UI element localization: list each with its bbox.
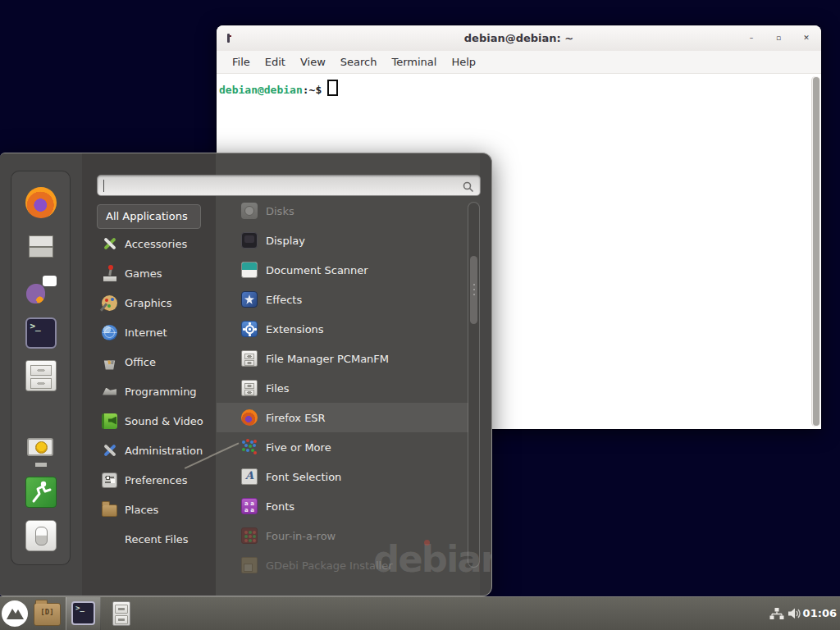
app-row-gdebi: GDebi Package Installer	[217, 550, 468, 580]
display-icon	[241, 232, 258, 249]
sound-video-icon	[102, 413, 117, 429]
office-icon	[102, 354, 117, 370]
app-row-disks: Disks	[217, 196, 468, 226]
effects-icon	[241, 291, 258, 308]
files-launcher[interactable]	[112, 601, 130, 626]
software-packages-icon[interactable]	[25, 231, 57, 262]
document-scanner-icon	[241, 262, 258, 278]
app-row-fonts[interactable]: Fonts	[217, 491, 468, 521]
running-man-glyph	[26, 477, 56, 507]
accessories-icon	[102, 236, 117, 252]
category-preferences[interactable]: Preferences	[97, 465, 216, 495]
extensions-icon	[241, 321, 258, 337]
favorites-panel	[11, 171, 71, 565]
app-row-five-or-more[interactable]: Five or More	[217, 432, 468, 462]
desktop: debian@debian: ~ – ▫ ✕ File Edit View Se…	[0, 0, 840, 630]
terminal-scrollbar[interactable]	[811, 76, 820, 427]
file-manager-launcher[interactable]	[34, 603, 61, 626]
menu-scrollbar-thumb[interactable]	[470, 256, 477, 324]
prompt-symbols: :~$	[303, 84, 322, 96]
app-row-pcmanfm[interactable]: File Manager PCManFM	[217, 344, 468, 373]
taskbar: 01:06	[0, 596, 840, 630]
menu-file[interactable]: File	[225, 51, 258, 74]
firefox-icon[interactable]	[25, 187, 57, 218]
menu-button[interactable]	[2, 600, 28, 627]
app-row-extensions[interactable]: Extensions	[217, 314, 468, 344]
all-applications-button[interactable]: All Applications	[97, 204, 201, 229]
terminal-icon	[71, 601, 95, 625]
file-cabinet-icon	[241, 380, 258, 396]
window-title: debian@debian: ~	[217, 25, 821, 51]
category-games[interactable]: Games	[97, 258, 216, 288]
network-icon[interactable]	[769, 608, 784, 623]
minimize-button[interactable]: –	[745, 25, 758, 51]
administration-icon	[102, 443, 117, 459]
shutdown-icon[interactable]	[25, 520, 57, 551]
category-recent-files[interactable]: Recent Files	[97, 524, 216, 554]
application-menu: All Applications Accessories Games Graph…	[0, 153, 492, 596]
preferences-icon	[102, 472, 117, 488]
four-in-a-row-icon	[241, 527, 258, 544]
programming-icon	[102, 384, 117, 399]
category-office[interactable]: Office	[97, 347, 216, 377]
file-cabinet-icon	[241, 350, 258, 367]
text-caret	[103, 180, 104, 192]
app-row-document-scanner[interactable]: Document Scanner	[217, 255, 468, 285]
firefox-icon	[241, 409, 258, 426]
volume-icon[interactable]	[788, 607, 802, 623]
menu-terminal[interactable]: Terminal	[384, 51, 444, 74]
file-manager-icon[interactable]	[25, 360, 57, 391]
menu-help[interactable]: Help	[444, 51, 483, 74]
menu-search[interactable]: Search	[333, 51, 385, 74]
terminal-window-button[interactable]	[66, 597, 101, 630]
graphics-icon	[102, 295, 117, 311]
gdebi-icon	[241, 557, 258, 573]
disks-icon	[241, 203, 258, 219]
shell-prompt: debian@debian:~$	[219, 80, 338, 96]
prompt-user: debian@debian	[219, 84, 303, 96]
close-button[interactable]: ✕	[800, 25, 813, 51]
app-row-display[interactable]: Display	[217, 226, 468, 255]
app-row-font-selection[interactable]: Font Selection	[217, 462, 468, 491]
terminal-titlebar[interactable]: debian@debian: ~ – ▫ ✕	[217, 25, 821, 52]
category-sound-video[interactable]: Sound & Video	[97, 406, 216, 436]
pidgin-icon[interactable]	[25, 274, 57, 305]
font-selection-icon	[241, 468, 258, 485]
internet-icon	[102, 325, 117, 340]
mountain-logo-icon	[2, 600, 28, 627]
terminal-scrollbar-thumb[interactable]	[813, 77, 819, 426]
games-icon	[102, 266, 117, 281]
maximize-button[interactable]: ▫	[772, 25, 785, 51]
category-accessories[interactable]: Accessories	[97, 229, 216, 258]
terminal-icon[interactable]	[25, 317, 57, 349]
app-row-files[interactable]: Files	[217, 373, 468, 403]
category-programming[interactable]: Programming	[97, 377, 216, 406]
category-internet[interactable]: Internet	[97, 317, 216, 347]
terminal-cursor	[327, 80, 338, 96]
category-graphics[interactable]: Graphics	[97, 288, 216, 317]
five-or-more-icon	[241, 439, 258, 455]
drawer-bottom	[115, 615, 128, 624]
menu-scrollbar[interactable]	[468, 202, 480, 568]
category-places[interactable]: Places	[97, 495, 216, 524]
taskbar-clock[interactable]: 01:06	[803, 597, 837, 630]
drawer-top	[115, 605, 128, 614]
menu-view[interactable]: View	[293, 51, 333, 74]
search-icon	[463, 180, 474, 196]
menu-edit[interactable]: Edit	[258, 51, 293, 74]
lock-screen-icon[interactable]	[25, 436, 57, 467]
terminal-menubar: File Edit View Search Terminal Help	[217, 51, 821, 74]
fonts-icon	[241, 498, 258, 514]
search-input[interactable]	[97, 175, 481, 196]
app-row-firefox-esr[interactable]: Firefox ESR	[217, 403, 468, 432]
places-icon	[102, 504, 117, 517]
app-row-effects[interactable]: Effects	[217, 285, 468, 314]
logout-icon[interactable]	[25, 477, 57, 508]
app-row-four-in-a-row: Four-in-a-row	[217, 521, 468, 550]
